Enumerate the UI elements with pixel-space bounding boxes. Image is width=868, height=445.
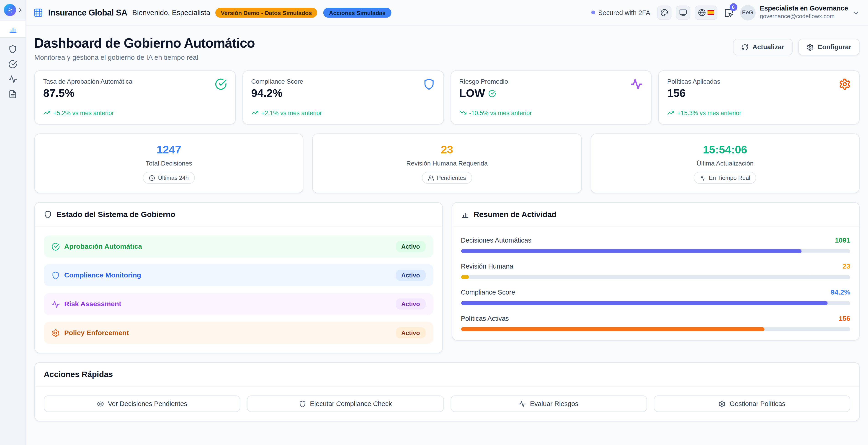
stat-card-human-review: 23 Revisión Humana Requerida Pendientes — [312, 134, 582, 193]
check-circle-icon — [8, 59, 17, 68]
demo-badge: Versión Demo - Datos Simulados — [215, 7, 317, 18]
progress-track — [461, 249, 850, 253]
status-badge: Activo — [396, 298, 426, 309]
stat-card-last-update: 15:54:06 Última Actualización En Tiempo … — [590, 134, 860, 193]
activity-row-active-policies: Políticas Activas 156 — [461, 314, 850, 331]
kpi-value: 156 — [667, 87, 720, 100]
sidebar-item-policies[interactable] — [0, 89, 26, 98]
activity-value: 1091 — [835, 236, 850, 244]
shield-icon — [44, 210, 52, 218]
status-row-auto-approval: Aprobación Automática Activo — [44, 235, 433, 257]
gear-icon — [718, 400, 726, 407]
user-info[interactable]: Especialista en Governance governance@co… — [760, 5, 848, 20]
main-content: Dashboard de Gobierno Automático Monitor… — [26, 0, 868, 445]
activity-icon — [8, 75, 17, 84]
activity-label: Compliance Score — [461, 289, 515, 296]
display-button[interactable] — [676, 5, 690, 20]
language-button[interactable] — [694, 5, 717, 20]
stat-badge: Pendientes — [422, 172, 472, 184]
spain-flag-icon — [707, 10, 714, 15]
trending-down-icon — [459, 109, 466, 117]
activity-value: 156 — [839, 315, 850, 322]
kpi-label: Compliance Score — [251, 78, 303, 85]
kpi-label: Políticas Aplicadas — [667, 78, 720, 85]
top-bar: Insurance Global SA Bienvenido, Especial… — [26, 0, 868, 26]
stat-label: Total Decisiones — [44, 160, 294, 167]
trending-up-icon — [43, 109, 50, 117]
sidebar-item-risk[interactable] — [0, 74, 26, 84]
status-label: Compliance Monitoring — [64, 271, 141, 279]
refresh-icon — [741, 43, 749, 51]
activity-row-compliance-score: Compliance Score 94.2% — [461, 288, 850, 305]
stat-badge: Últimas 24h — [143, 172, 195, 184]
progress-fill — [461, 275, 468, 279]
monitor-icon — [679, 9, 687, 17]
check-circle-icon — [215, 78, 227, 90]
status-badge: Activo — [396, 327, 426, 338]
file-text-icon — [8, 89, 17, 98]
palette-icon — [660, 9, 668, 17]
stat-badge: En Tiempo Real — [694, 172, 756, 184]
sidebar-nav — [0, 38, 26, 98]
kpi-value: 87.5% — [43, 87, 132, 100]
manage-policies-button[interactable]: Gestionar Políticas — [654, 395, 850, 412]
refresh-button[interactable]: Actualizar — [733, 39, 793, 55]
status-row-policy-enforcement: Policy Enforcement Activo — [44, 322, 433, 344]
chevron-down-icon — [852, 9, 860, 17]
kpi-label: Tasa de Aprobación Automática — [43, 78, 132, 85]
sidebar-item-approvals[interactable] — [0, 59, 26, 69]
logo-spark-icon — [6, 6, 14, 14]
stat-label: Última Actualización — [600, 160, 850, 167]
refresh-label: Actualizar — [752, 43, 784, 51]
status-row-risk-assessment: Risk Assessment Activo — [44, 293, 433, 315]
trending-up-icon — [251, 109, 258, 117]
kpi-trend: +15.3% vs mes anterior — [667, 109, 851, 117]
dashboard-app: Insurance Global SA Bienvenido, Especial… — [0, 0, 868, 445]
status-row-compliance-monitoring: Compliance Monitoring Activo — [44, 264, 433, 286]
kpi-trend: +5.2% vs mes anterior — [43, 109, 227, 117]
secured-2fa-label: Secured with 2FA — [598, 9, 650, 17]
clock-icon — [149, 175, 155, 181]
gear-icon — [839, 78, 851, 90]
theme-button[interactable] — [657, 5, 671, 20]
kpi-card-approval-rate: Tasa de Aprobación Automática 87.5% +5.2… — [34, 70, 236, 125]
shield-icon — [423, 78, 435, 90]
progress-fill — [461, 301, 828, 305]
activity-label: Revisión Humana — [461, 262, 513, 270]
stat-card-total-decisions: 1247 Total Decisiones Últimas 24h — [34, 134, 304, 193]
user-menu-button[interactable] — [852, 7, 860, 18]
kpi-cards: Tasa de Aprobación Automática 87.5% +5.2… — [34, 70, 860, 125]
system-status-panel: Estado del Sistema de Gobierno Aprobació… — [34, 202, 443, 353]
progress-fill — [461, 327, 765, 331]
activity-summary-panel: Resumen de Actividad Decisiones Automáti… — [452, 202, 860, 340]
stat-value: 1247 — [44, 143, 294, 156]
sidebar-item-compliance[interactable] — [0, 44, 26, 54]
kpi-card-compliance-score: Compliance Score 94.2% +2.1% vs mes ante… — [242, 70, 444, 125]
eye-icon — [97, 400, 104, 407]
run-compliance-check-button[interactable]: Ejecutar Compliance Check — [247, 395, 444, 412]
activity-row-auto-decisions: Decisiones Automáticas 1091 — [461, 235, 850, 253]
quick-actions-title: Acciones Rápidas — [44, 370, 113, 379]
stat-value: 15:54:06 — [600, 143, 850, 156]
progress-track — [461, 275, 850, 279]
page-title: Dashboard de Gobierno Automático — [34, 35, 255, 51]
shield-icon — [8, 45, 17, 54]
status-label: Policy Enforcement — [64, 329, 129, 337]
shield-icon — [299, 400, 306, 407]
status-badge: Activo — [396, 241, 426, 252]
avatar[interactable]: EeG — [740, 5, 755, 20]
stat-value: 23 — [322, 143, 572, 156]
notifications-button[interactable]: 6 — [724, 7, 733, 17]
configure-button[interactable]: Configurar — [798, 39, 860, 55]
gear-icon — [52, 329, 60, 337]
secured-2fa: Secured with 2FA — [591, 9, 650, 17]
evaluate-risks-button[interactable]: Evaluar Riesgos — [450, 395, 647, 412]
sidebar-expand-button[interactable] — [17, 7, 23, 13]
user-name: Especialista en Governance — [760, 5, 848, 13]
kpi-value: LOW — [459, 87, 508, 100]
activity-value: 23 — [842, 262, 850, 270]
view-pending-decisions-button[interactable]: Ver Decisiones Pendientes — [44, 395, 240, 412]
sidebar-item-dashboard[interactable] — [0, 20, 26, 38]
kpi-label: Riesgo Promedio — [459, 78, 508, 85]
trending-up-icon — [667, 109, 675, 117]
